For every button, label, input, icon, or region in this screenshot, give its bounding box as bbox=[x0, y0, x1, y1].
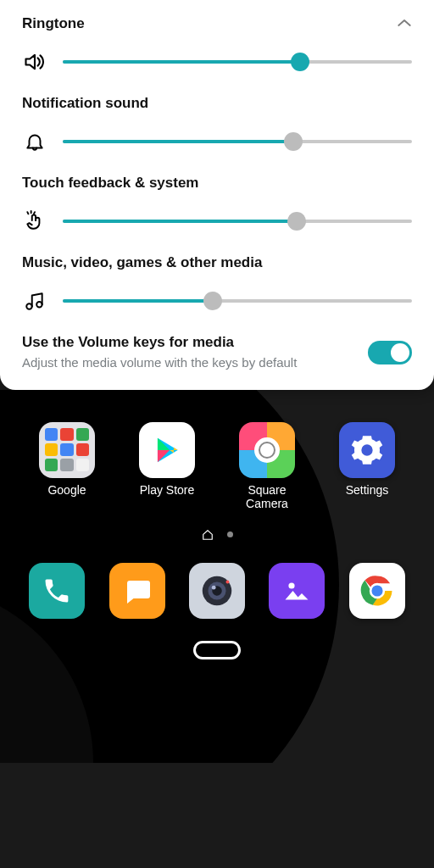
touch-feedback-section: Touch feedback & system bbox=[22, 175, 412, 234]
touch-icon bbox=[22, 209, 47, 234]
page-dot bbox=[227, 531, 233, 537]
app-label: Settings bbox=[346, 483, 389, 497]
media-label: Music, video, games & other media bbox=[22, 254, 262, 271]
notification-label: Notification sound bbox=[22, 95, 148, 112]
app-label: Square Camera bbox=[246, 483, 288, 510]
ringtone-slider[interactable] bbox=[63, 52, 412, 72]
volume-keys-toggle-desc: Adjust the media volume with the keys by… bbox=[22, 354, 297, 371]
dock-gallery[interactable] bbox=[269, 563, 325, 619]
volume-settings-panel: Ringtone Notification sound bbox=[0, 0, 434, 390]
music-icon bbox=[22, 288, 47, 314]
speaker-icon bbox=[22, 49, 47, 75]
media-slider[interactable] bbox=[63, 291, 412, 311]
app-label: Google bbox=[47, 483, 86, 497]
svg-point-12 bbox=[289, 582, 295, 588]
volume-keys-toggle[interactable] bbox=[368, 341, 412, 364]
square-camera-icon bbox=[239, 422, 295, 478]
touch-feedback-slider[interactable] bbox=[63, 211, 412, 231]
navigation-bar bbox=[0, 641, 434, 659]
app-label: Play Store bbox=[140, 483, 195, 497]
google-folder-icon bbox=[39, 422, 95, 478]
settings-icon bbox=[339, 422, 395, 478]
dock bbox=[0, 563, 434, 619]
dock-messages[interactable] bbox=[109, 563, 165, 619]
nav-home-pill[interactable] bbox=[193, 641, 241, 659]
dock-phone[interactable] bbox=[29, 563, 85, 619]
bell-icon bbox=[22, 129, 47, 154]
touch-feedback-label: Touch feedback & system bbox=[22, 175, 198, 192]
collapse-chevron-icon[interactable] bbox=[397, 15, 412, 32]
volume-keys-toggle-title: Use the Volume keys for media bbox=[22, 334, 297, 351]
svg-point-11 bbox=[226, 580, 230, 583]
notification-slider[interactable] bbox=[63, 131, 412, 152]
app-settings[interactable]: Settings bbox=[325, 422, 409, 510]
ringtone-section: Ringtone bbox=[22, 15, 412, 75]
svg-marker-0 bbox=[26, 55, 36, 69]
svg-point-10 bbox=[212, 585, 216, 589]
ringtone-label: Ringtone bbox=[22, 15, 85, 32]
app-google-folder[interactable]: Google bbox=[25, 422, 109, 510]
app-play-store[interactable]: Play Store bbox=[125, 422, 209, 510]
dock-chrome[interactable] bbox=[349, 563, 405, 619]
dock-camera[interactable] bbox=[189, 563, 245, 619]
play-store-icon bbox=[139, 422, 195, 478]
app-square-camera[interactable]: Square Camera bbox=[225, 422, 309, 510]
media-section: Music, video, games & other media bbox=[22, 254, 412, 314]
app-row: Google Play Store Square Camera bbox=[0, 422, 434, 510]
home-screen: Google Play Store Square Camera bbox=[0, 390, 434, 763]
volume-keys-toggle-row: Use the Volume keys for media Adjust the… bbox=[22, 334, 412, 371]
home-indicator-icon bbox=[202, 529, 214, 541]
page-indicator[interactable] bbox=[0, 529, 434, 541]
notification-section: Notification sound bbox=[22, 95, 412, 154]
